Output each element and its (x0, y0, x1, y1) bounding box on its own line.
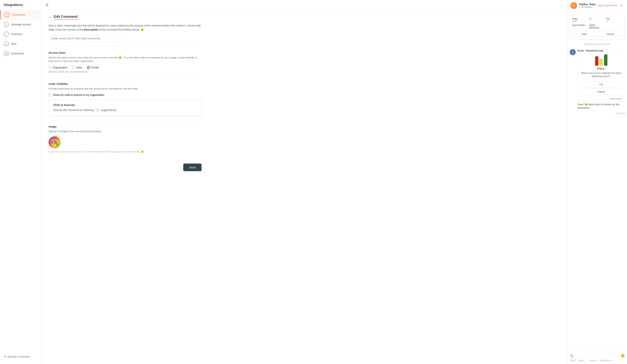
sidebar-item-extensions-label: Extensions (11, 52, 24, 55)
msg-avatar-scott: S (570, 49, 576, 55)
poll-bar-3 (604, 54, 607, 66)
attach-icon[interactable]: 📎 (570, 354, 574, 358)
bots-icon: ☁ (4, 41, 9, 46)
code-visibility-checkbox[interactable] (49, 93, 52, 96)
code-visibility-checkbox-group: Show my code to anyone in my organizatio… (49, 93, 202, 96)
image-title: Image (49, 125, 202, 128)
cliq-logo-icon (50, 138, 59, 147)
radio-organization-label: Organization (53, 66, 67, 69)
poll-option-la[interactable]: LA! (581, 81, 622, 88)
execute-number[interactable]: 1 (95, 108, 100, 112)
chat-input-row: 📎 🙂 (570, 353, 625, 359)
click-to-execute-box: Click to Execute Execute the command on … (49, 99, 202, 116)
poll-label: POLL (578, 66, 625, 71)
chat-body: Rojas Sales LT... Pat Ja Quinn Rivers Zy… (568, 11, 627, 352)
more-format-button[interactable]: ··· (613, 359, 615, 362)
italics-format-button[interactable]: _Italics_ (577, 359, 586, 362)
blockquote-format-button[interactable]: !Blockquote (600, 359, 611, 362)
chat-input-area: 📎 🙂 *Bold* _Italics_ ~~Strike~~ !Blockqu… (568, 352, 627, 364)
radio-private[interactable]: Private (87, 66, 99, 69)
back-button[interactable]: ← Edit Command (49, 15, 77, 20)
desc-part2: of the command that follows below. (99, 28, 140, 31)
view-participants-button[interactable]: View (572, 31, 597, 37)
radio-team[interactable]: Team (72, 66, 82, 69)
execute-suffix: suggestion(s). (101, 108, 117, 111)
participants-actions: View Cancel (572, 31, 622, 37)
message-actions-label: Actions ▾ (568, 111, 627, 115)
view-result-button[interactable]: View Result (578, 96, 625, 102)
formatting-bar: *Bold* _Italics_ ~~Strike~~ !Blockquote … (570, 359, 625, 363)
sidebar-item-commands-label: Commands (12, 13, 25, 16)
scott-avatar-icon: S (570, 49, 576, 55)
swap-chat-button[interactable]: Swap Chat Window (598, 4, 617, 7)
sidebar-item-commands[interactable]: ① Commands (0, 10, 41, 20)
sidebar-item-extensions[interactable]: ▣ Extensions (0, 49, 41, 58)
participant-lt: LT... (589, 17, 605, 22)
app-title: Integrations (0, 3, 41, 10)
sidebar-item-bots-label: Bots (11, 42, 16, 45)
channel-name: #Zylker Team (579, 3, 596, 6)
click-to-execute-title: Click to Execute (53, 103, 197, 106)
chat-message-poll: S Scott - Technical Lead POLL Where can … (568, 48, 627, 111)
sidebar-item-bots[interactable]: ☁ Bots (0, 39, 41, 49)
chat-panel: Z #Zylker Team 5 participants Swap Chat … (567, 0, 627, 364)
gear-icon: ⚙ (4, 355, 6, 358)
extensions-icon: ▣ (4, 51, 9, 56)
channel-avatar: Z (571, 2, 577, 9)
svg-text:S: S (572, 51, 574, 54)
emoji-picker-icon[interactable]: 🙂 (621, 354, 625, 358)
poll-card: POLL Where can we go to celebrate the Zy… (577, 53, 625, 102)
command-description-input[interactable] (49, 35, 123, 42)
manage-connections[interactable]: ⚙ Manage Connections (0, 352, 41, 361)
sidebar-item-message-actions-label: Message Actions (11, 23, 31, 26)
divider-2 (49, 78, 202, 78)
sidebar-item-functions[interactable]: fx Functions (0, 29, 41, 39)
msg-sender-scott: Scott - Technical Lead (577, 49, 625, 52)
hamburger-button[interactable]: ☰ (45, 2, 49, 8)
back-icon: ← (49, 15, 52, 19)
edit-command-section: ← Edit Command Give a short, meaningful … (41, 10, 209, 183)
divider-1 (49, 46, 202, 47)
chat-input[interactable] (575, 353, 619, 359)
image-preview[interactable] (49, 136, 60, 148)
execute-desc: Execute the command on selecting 1 sugge… (53, 108, 197, 112)
participant-pat: Pat Ja (606, 17, 622, 22)
main-content: ☰ ← Edit Command Give a short, meaningfu… (41, 0, 567, 364)
sidebar-item-functions-label: Functions (11, 33, 23, 36)
sidebar-item-message-actions[interactable]: ✉ Message Actions (0, 20, 41, 29)
actions-label: Actions (616, 112, 623, 115)
radio-private-circle (87, 66, 90, 69)
radio-organization-circle (49, 66, 52, 69)
radio-organization[interactable]: Organization (49, 66, 67, 69)
close-chat-button[interactable]: ✕ (619, 3, 624, 8)
svg-text:Z: Z (573, 4, 575, 7)
strike-format-button[interactable]: ~~Strike~~ (587, 359, 598, 362)
radio-team-label: Team (76, 66, 82, 69)
desc-bold: Description (84, 28, 98, 31)
chevron-down-icon: ▾ (624, 112, 625, 115)
participant-quinn: Quinn Rivers (572, 24, 588, 29)
poll-option-hawaii[interactable]: Hawaii (581, 89, 622, 95)
manage-connections-label: Manage Connections (7, 355, 30, 358)
description-text: Give a short, meaningful gist that will … (49, 23, 202, 32)
msg-text-scott: Guys! 😄 Need votes to decide our trip de… (577, 102, 625, 110)
radio-team-circle (72, 66, 75, 69)
participant-rojas: Rojas Sales (572, 17, 588, 22)
channel-avatar-icon: Z (571, 2, 577, 9)
image-section: Image Upload an image for the command be… (49, 125, 202, 153)
chat-header: Z #Zylker Team 5 participants Swap Chat … (568, 0, 627, 11)
participants-count: 5 participants (579, 6, 596, 8)
code-visibility-desc: Provides permission to everyone that has… (49, 87, 202, 91)
msg-content-poll: Scott - Technical Lead POLL Where can we… (577, 49, 625, 110)
date-divider: Wednesday, October 25th (568, 41, 627, 48)
execute-prefix: Execute the command on selecting (53, 108, 94, 111)
bold-format-button[interactable]: *Bold* (570, 359, 576, 362)
save-button[interactable]: Save (183, 164, 202, 171)
participant-zylker: Zylker-Marketing (589, 24, 605, 29)
image-desc: Upload an image for the command being cr… (49, 130, 202, 133)
cancel-participants-button[interactable]: Cancel (598, 31, 623, 37)
participants-grid: Rojas Sales LT... Pat Ja Quinn Rivers Zy… (572, 17, 622, 29)
chat-header-info: #Zylker Team 5 participants (579, 3, 596, 8)
poll-question: Where can we go to celebrate the Zylker … (578, 71, 625, 80)
sidebar: Integrations ① Commands ✉ Message Action… (0, 0, 41, 364)
